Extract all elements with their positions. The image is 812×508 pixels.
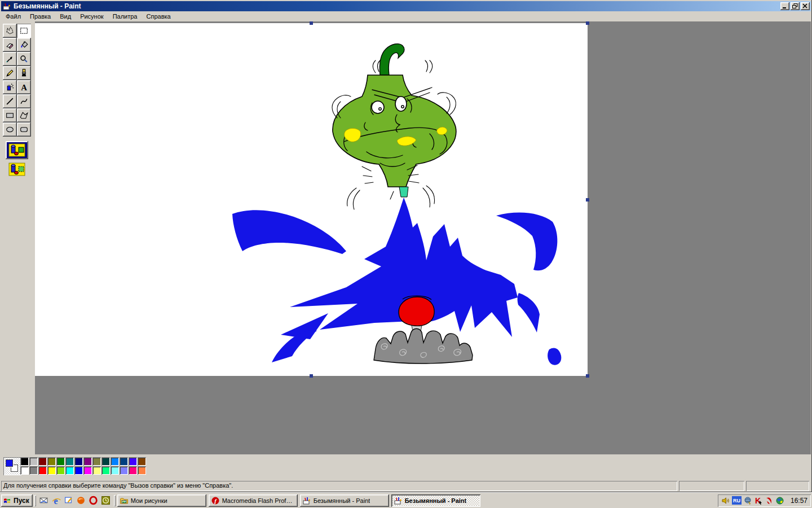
tool-line[interactable] <box>3 94 17 108</box>
tool-rounded-rectangle[interactable] <box>17 122 31 137</box>
palette-swatch[interactable] <box>20 457 29 466</box>
taskbar-button-label: Macromedia Flash Profess... <box>222 497 295 504</box>
palette-swatch[interactable] <box>83 457 92 466</box>
clock-app-icon[interactable] <box>100 494 112 507</box>
palette-swatch[interactable] <box>129 466 137 475</box>
workspace <box>35 21 811 454</box>
palette-row-bottom <box>20 466 147 475</box>
taskbar: Пуск e <box>0 492 812 508</box>
palette-swatch[interactable] <box>38 457 47 466</box>
magnifier-icon <box>19 54 29 64</box>
palette-swatch[interactable] <box>138 466 146 475</box>
palette-swatch[interactable] <box>92 466 101 475</box>
palette-swatch[interactable] <box>92 457 101 466</box>
menu-bar: Файл Правка Вид Рисунок Палитра Справка <box>1 11 811 21</box>
taskbar-button-paint-active[interactable]: Безымянный - Paint <box>391 494 480 507</box>
tool-color-picker[interactable] <box>3 52 17 66</box>
selection-transparent-option[interactable] <box>6 160 28 178</box>
tool-rectangle[interactable] <box>3 108 17 122</box>
menu-palette[interactable]: Палитра <box>108 12 142 21</box>
start-button[interactable]: Пуск <box>1 494 33 507</box>
menu-file[interactable]: Файл <box>1 12 25 21</box>
network-icon[interactable] <box>743 496 752 505</box>
outlook-express-icon[interactable] <box>38 494 50 507</box>
tool-ellipse[interactable] <box>3 122 17 137</box>
tool-magnifier[interactable] <box>17 52 31 66</box>
close-button[interactable] <box>801 2 810 10</box>
palette-swatch[interactable] <box>102 466 110 475</box>
palette-swatch[interactable] <box>29 466 38 475</box>
palette-swatch[interactable] <box>20 466 29 475</box>
palette-swatch[interactable] <box>138 457 146 466</box>
volume-icon[interactable] <box>721 496 730 505</box>
tool-select[interactable] <box>17 24 31 38</box>
palette-swatch[interactable] <box>47 466 56 475</box>
globe-icon[interactable] <box>775 496 784 505</box>
title-bar[interactable]: Безымянный - Paint <box>1 1 811 11</box>
svg-text:e: e <box>54 496 58 505</box>
line-icon <box>5 97 15 106</box>
svg-text:A: A <box>21 83 27 92</box>
taskbar-button-label: Безымянный - Paint <box>314 497 370 504</box>
palette-swatch[interactable] <box>120 466 128 475</box>
taskbar-divider[interactable] <box>114 495 116 506</box>
tool-pencil[interactable] <box>3 66 17 80</box>
tool-brush[interactable] <box>17 66 31 80</box>
internet-explorer-icon[interactable]: e <box>50 494 63 507</box>
start-label: Пуск <box>14 497 29 505</box>
palette-swatch[interactable] <box>74 466 83 475</box>
show-desktop-icon[interactable] <box>63 494 75 507</box>
palette-swatch[interactable] <box>56 466 65 475</box>
selection-opaque-option[interactable] <box>6 141 28 159</box>
kaspersky-icon[interactable]: K <box>754 496 763 505</box>
palette-swatch[interactable] <box>102 457 110 466</box>
tool-curve[interactable] <box>17 94 31 108</box>
tool-text[interactable]: A <box>17 80 31 94</box>
paint-icon <box>302 496 311 505</box>
menu-help[interactable]: Справка <box>142 12 175 21</box>
palette-swatch[interactable] <box>111 457 119 466</box>
menu-image[interactable]: Рисунок <box>76 12 108 21</box>
taskbar-button-paint[interactable]: Безымянный - Paint <box>300 494 389 507</box>
canvas-resize-handle-top-right[interactable] <box>586 21 589 25</box>
palette-swatch[interactable] <box>65 457 74 466</box>
palette-swatch[interactable] <box>47 457 56 466</box>
palette-swatch[interactable] <box>111 466 119 475</box>
restore-button[interactable] <box>791 2 800 10</box>
tool-eraser[interactable] <box>3 38 17 52</box>
red-swoosh-icon[interactable] <box>765 496 774 505</box>
tool-airbrush[interactable] <box>3 80 17 94</box>
restore-icon <box>792 3 798 9</box>
color-palette-bar <box>1 454 811 480</box>
minimize-button[interactable] <box>780 2 789 10</box>
canvas-resize-handle-right[interactable] <box>586 198 589 202</box>
tool-fill[interactable] <box>17 38 31 52</box>
palette-swatch[interactable] <box>83 466 92 475</box>
palette-swatch[interactable] <box>65 466 74 475</box>
opera-icon[interactable] <box>87 494 100 507</box>
paint-icon <box>394 496 403 505</box>
firefox-icon[interactable] <box>75 494 87 507</box>
palette-swatch[interactable] <box>120 457 128 466</box>
taskbar-button-flash[interactable]: f Macromedia Flash Profess... <box>209 494 298 507</box>
taskbar-button-my-pictures[interactable]: Мои рисунки <box>117 494 206 507</box>
canvas-resize-handle-bottom[interactable] <box>310 374 313 378</box>
language-indicator[interactable]: RU <box>732 496 742 505</box>
palette-swatch[interactable] <box>56 457 65 466</box>
paint-window: Безымянный - Paint Файл Правка Вид Рисун… <box>0 0 812 492</box>
canvas-drawing <box>35 23 588 376</box>
canvas-resize-handle-top[interactable] <box>310 21 313 25</box>
opaque-selection-icon <box>8 143 26 157</box>
menu-edit[interactable]: Правка <box>25 12 55 21</box>
menu-view[interactable]: Вид <box>55 12 76 21</box>
tool-polygon[interactable] <box>17 108 31 122</box>
canvas-resize-handle-corner[interactable] <box>586 374 589 378</box>
palette-swatch[interactable] <box>74 457 83 466</box>
taskbar-divider[interactable] <box>34 495 36 506</box>
tool-freeform-select[interactable] <box>3 24 17 38</box>
palette-swatch[interactable] <box>129 457 137 466</box>
palette-swatch[interactable] <box>38 466 47 475</box>
text-icon: A <box>19 82 29 92</box>
drawing-canvas[interactable] <box>35 23 588 376</box>
palette-swatch[interactable] <box>29 457 38 466</box>
